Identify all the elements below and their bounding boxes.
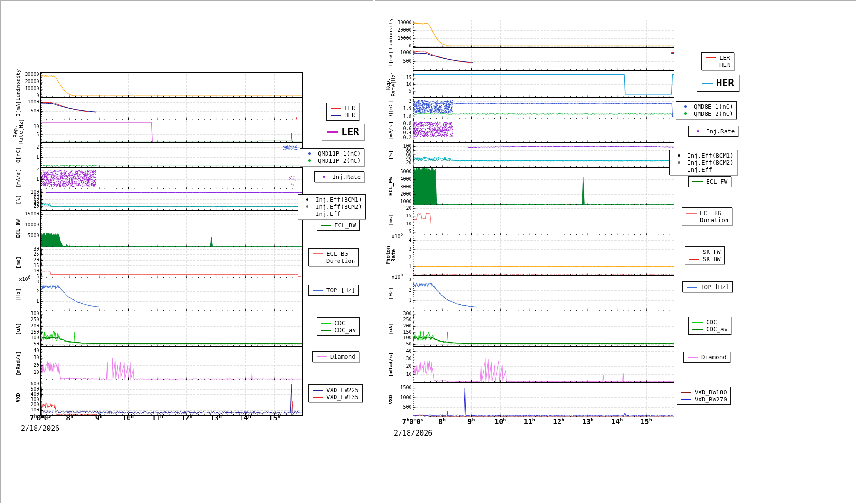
- background-monitor-window: 7h0m0s8h9h10h11h12h13h14h15h2/18/2026LER…: [0, 0, 857, 504]
- charts-canvas: [0, 0, 857, 504]
